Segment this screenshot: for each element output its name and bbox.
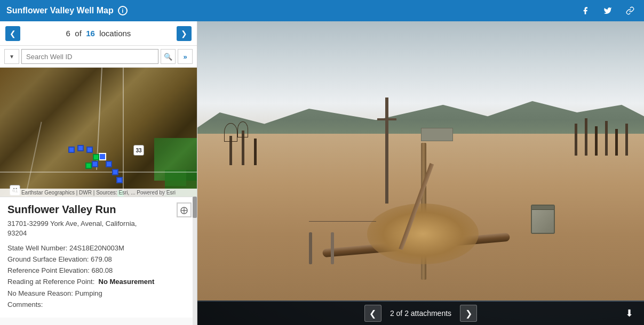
map-marker-blue-7[interactable] [92, 161, 98, 167]
app-header: Sunflower Valley Well Map i [0, 0, 644, 21]
photo-prev-button[interactable]: ❮ [364, 305, 381, 322]
info-panel-wrapper: ⨁ Sunflower Valley Run 31701-32999 York … [0, 197, 197, 326]
location-address: 31701-32999 York Ave, Avenal, California… [7, 219, 189, 238]
wire-1 [309, 221, 376, 222]
app-title: Sunflower Valley Well Map [6, 6, 114, 15]
dirt-mound [367, 204, 479, 264]
map-marker-blue-5[interactable] [112, 169, 118, 175]
header-social-icons [578, 3, 638, 18]
address-line2: 93204 [7, 229, 27, 237]
search-input[interactable] [21, 49, 158, 64]
zoom-button[interactable]: ⨁ [177, 202, 192, 217]
next-button[interactable]: ❯ [177, 26, 192, 41]
search-icon: 🔍 [164, 53, 172, 61]
main-container: ❮ 6 of 16 locations ❯ ▾ 🔍 » [0, 21, 644, 325]
photo-trees-right [575, 118, 628, 156]
reading-label: Reading at Reference Point: [7, 278, 94, 286]
map-area[interactable]: 33 41 Devils Den [0, 68, 197, 197]
utility-pole [385, 98, 388, 204]
nav-current: 6 [66, 29, 70, 38]
info-panel: ⨁ Sunflower Valley Run 31701-32999 York … [0, 197, 197, 318]
no-measure-label: No Measure Reason: [7, 289, 73, 297]
right-panel: ❮ 2 of 2 attachments ❯ ⬇ [197, 21, 644, 325]
map-marker-blue-6[interactable] [116, 177, 123, 183]
prev-button[interactable]: ❮ [5, 26, 20, 41]
zoom-icon: ⨁ [180, 206, 188, 214]
map-attribution: Earthstar Geographics | DWR | Sources: E… [0, 189, 197, 197]
background-building [421, 128, 453, 141]
address-line1: 31701-32999 York Ave, Avenal, California… [7, 220, 137, 228]
fence-area [309, 232, 334, 264]
photo-download-button[interactable]: ⬇ [621, 305, 638, 322]
nav-total: 16 [86, 29, 95, 38]
photo-bottom-bar: ❮ 2 of 2 attachments ❯ ⬇ [197, 302, 644, 325]
comments-row: Comments: [7, 300, 189, 310]
map-marker-blue-4[interactable] [106, 161, 112, 167]
photo-trees-left [229, 131, 257, 165]
photo-next-button[interactable]: ❯ [460, 305, 477, 322]
photo-area [197, 21, 644, 325]
filter-dropdown[interactable]: ▾ [4, 49, 19, 64]
link-icon[interactable] [623, 3, 638, 18]
map-background: 33 41 Devils Den [0, 68, 197, 197]
map-marker-blue-2[interactable] [77, 145, 84, 151]
twitter-icon[interactable] [600, 3, 615, 18]
nav-unit: locations [99, 29, 131, 38]
comments-label: Comments: [7, 300, 43, 308]
ground-surface-row: Ground Surface Elevation: 679.08 [7, 255, 189, 264]
state-well-row: State Well Number: 24S18E20N003M [7, 243, 189, 253]
map-marker-green-2[interactable] [85, 162, 92, 169]
no-measure-value: Pumping [75, 289, 102, 297]
location-title: Sunflower Valley Run [7, 204, 189, 216]
highway-33-badge: 33 [133, 145, 144, 156]
reference-point-row: Reference Point Elevation: 680.08 [7, 266, 189, 275]
map-marker-blue-selected[interactable] [99, 153, 106, 160]
attachment-counter: 2 of 2 attachments [390, 309, 451, 318]
reading-row: Reading at Reference Point: No Measureme… [7, 277, 189, 287]
search-bar: ▾ 🔍 » [0, 46, 197, 68]
photo-prev-icon: ❮ [369, 308, 376, 319]
photo-next-icon: ❯ [465, 308, 472, 319]
map-marker-blue-3[interactable] [86, 147, 93, 153]
info-icon[interactable]: i [118, 6, 128, 15]
reading-value: No Measurement [99, 278, 155, 286]
scroll-track[interactable] [193, 197, 197, 326]
facebook-icon[interactable] [578, 3, 593, 18]
search-next-icon: » [183, 53, 187, 61]
dropdown-icon: ▾ [10, 53, 13, 60]
map-marker-blue-1[interactable] [68, 147, 75, 153]
nav-counter: 6 of 16 locations [66, 29, 131, 38]
map-marker-green-1[interactable] [93, 154, 99, 160]
header-left: Sunflower Valley Well Map i [6, 6, 128, 15]
search-next-button[interactable]: » [178, 49, 193, 64]
left-panel: ❮ 6 of 16 locations ❯ ▾ 🔍 » [0, 21, 197, 325]
scroll-thumb[interactable] [193, 197, 197, 218]
equipment-box [531, 205, 555, 234]
download-icon: ⬇ [625, 307, 633, 319]
no-measure-row: No Measure Reason: Pumping [7, 289, 189, 298]
search-button[interactable]: 🔍 [161, 49, 176, 64]
nav-bar: ❮ 6 of 16 locations ❯ [0, 21, 197, 46]
